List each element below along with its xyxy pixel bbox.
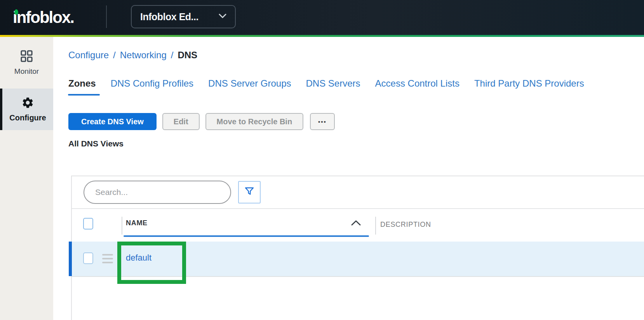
funnel-icon xyxy=(244,186,255,198)
table-search-row xyxy=(72,176,644,209)
app-selector-label: Infoblox Ed... xyxy=(140,11,219,23)
table-header-row: NAME DESCRIPTION xyxy=(72,210,644,238)
chevron-up-icon[interactable] xyxy=(351,220,361,228)
filter-button[interactable] xyxy=(238,181,261,203)
row-selected-accent xyxy=(69,242,72,276)
dns-view-default-link[interactable]: default xyxy=(126,253,151,263)
breadcrumb-separator: / xyxy=(171,50,174,61)
column-divider xyxy=(375,217,376,235)
gear-icon xyxy=(21,96,34,111)
topbar: infoblox. Infoblox Ed... xyxy=(0,0,644,35)
sidebar-item-label: Configure xyxy=(9,113,46,122)
main-content: Configure / Networking / DNS Zones DNS C… xyxy=(53,37,644,320)
drag-handle-icon[interactable] xyxy=(102,254,113,266)
breadcrumb-link-networking[interactable]: Networking xyxy=(120,50,167,61)
topbar-divider xyxy=(106,5,107,28)
sorted-column-underline xyxy=(124,235,369,237)
breadcrumb-separator: / xyxy=(113,50,116,61)
app-selector-dropdown[interactable]: Infoblox Ed... xyxy=(131,5,236,28)
column-header-description[interactable]: DESCRIPTION xyxy=(380,221,431,229)
sidebar: Monitor Configure xyxy=(0,37,53,320)
sidebar-item-configure[interactable]: Configure xyxy=(0,89,53,130)
breadcrumb-current-dns: DNS xyxy=(178,50,197,61)
row-checkbox[interactable] xyxy=(83,252,93,264)
tab-bar: Zones DNS Config Profiles DNS Server Gro… xyxy=(68,78,584,96)
create-dns-view-button[interactable]: Create DNS View xyxy=(68,113,157,130)
tab-dns-servers[interactable]: DNS Servers xyxy=(306,78,360,96)
column-divider xyxy=(122,217,122,235)
breadcrumb-link-configure[interactable]: Configure xyxy=(68,50,109,61)
grid-icon xyxy=(21,50,33,64)
breadcrumb: Configure / Networking / DNS xyxy=(68,50,197,61)
page-title: All DNS Views xyxy=(68,139,124,148)
table-row[interactable]: default xyxy=(72,242,644,277)
dns-views-table: NAME DESCRIPTION default xyxy=(71,176,644,320)
column-header-name[interactable]: NAME xyxy=(126,219,148,227)
tab-third-party-dns-providers[interactable]: Third Party DNS Providers xyxy=(474,78,584,96)
sidebar-item-label: Monitor xyxy=(14,67,39,76)
toolbar: Create DNS View Edit Move to Recycle Bin… xyxy=(68,113,335,130)
logo-green-dot-icon xyxy=(14,9,18,15)
infoblox-logo: infoblox. xyxy=(13,7,74,28)
more-actions-button[interactable]: ••• xyxy=(310,113,335,130)
tab-access-control-lists[interactable]: Access Control Lists xyxy=(375,78,460,96)
move-to-recycle-bin-button[interactable]: Move to Recycle Bin xyxy=(205,113,304,130)
tab-zones[interactable]: Zones xyxy=(68,78,96,96)
chevron-down-icon xyxy=(219,13,226,20)
search-input[interactable] xyxy=(84,181,231,204)
edit-button[interactable]: Edit xyxy=(162,113,200,130)
tab-dns-config-profiles[interactable]: DNS Config Profiles xyxy=(111,78,193,96)
tab-dns-server-groups[interactable]: DNS Server Groups xyxy=(208,78,291,96)
sidebar-item-monitor[interactable]: Monitor xyxy=(0,37,53,76)
select-all-checkbox[interactable] xyxy=(83,218,93,230)
logo-text: infoblox. xyxy=(13,8,74,26)
